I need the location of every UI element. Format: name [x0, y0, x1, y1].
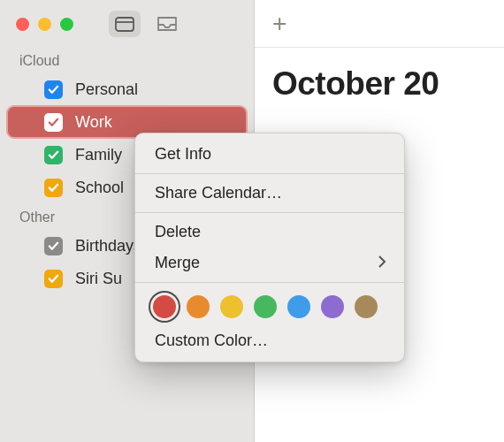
- calendar-row[interactable]: Personal: [7, 73, 247, 105]
- minimize-window-button[interactable]: [38, 18, 51, 31]
- window-controls: [16, 18, 73, 31]
- context-menu: Get Info Share Calendar… Delete Merge Cu…: [134, 133, 405, 362]
- section-header: iCloud: [0, 48, 254, 71]
- check-icon: [48, 240, 59, 252]
- chevron-right-icon: [378, 254, 386, 272]
- color-swatch[interactable]: [254, 295, 277, 318]
- close-window-button[interactable]: [16, 18, 29, 31]
- menu-separator: [135, 173, 404, 174]
- calendar-checkbox[interactable]: [44, 179, 63, 197]
- calendars-toggle-button[interactable]: [109, 11, 141, 37]
- calendar-checkbox[interactable]: [44, 113, 63, 132]
- calendar-label: Family: [75, 146, 122, 164]
- check-icon: [48, 84, 59, 95]
- tray-icon: [157, 16, 178, 32]
- calendar-checkbox[interactable]: [44, 146, 63, 164]
- inbox-button[interactable]: [151, 11, 183, 37]
- month-heading: October 20: [272, 65, 439, 103]
- color-swatch[interactable]: [355, 295, 378, 318]
- menu-separator: [135, 282, 404, 283]
- menu-item-share-calendar[interactable]: Share Calendar…: [135, 178, 404, 209]
- menu-item-label: Delete: [155, 223, 201, 241]
- menu-item-get-info[interactable]: Get Info: [135, 139, 404, 170]
- add-event-button[interactable]: +: [272, 11, 286, 36]
- color-swatch[interactable]: [287, 295, 310, 318]
- menu-item-label: Merge: [155, 254, 200, 272]
- menu-item-merge[interactable]: Merge: [135, 248, 404, 278]
- color-swatch-row: [135, 286, 404, 325]
- check-icon: [48, 149, 59, 161]
- color-swatch[interactable]: [187, 295, 210, 318]
- menu-item-label: Get Info: [155, 145, 211, 164]
- maximize-window-button[interactable]: [60, 18, 73, 31]
- calendar-label: Work: [75, 113, 112, 132]
- calendar-label: Personal: [75, 80, 138, 99]
- check-icon: [48, 273, 59, 285]
- color-swatch[interactable]: [220, 295, 243, 318]
- main-toolbar: +: [255, 0, 504, 48]
- calendar-checkbox[interactable]: [44, 237, 63, 255]
- calendar-checkbox[interactable]: [44, 270, 63, 288]
- color-swatch[interactable]: [153, 295, 176, 318]
- menu-item-delete[interactable]: Delete: [135, 217, 404, 248]
- svg-rect-0: [116, 18, 134, 31]
- check-icon: [48, 182, 59, 194]
- calendar-label: School: [75, 179, 124, 197]
- calendar-icon: [115, 16, 134, 32]
- check-icon: [48, 117, 59, 128]
- calendar-label: Siri Su: [75, 270, 122, 288]
- calendar-label: Birthdays: [75, 237, 141, 255]
- menu-item-label: Share Calendar…: [155, 184, 282, 202]
- menu-item-label: Custom Color…: [155, 332, 268, 350]
- menu-separator: [135, 212, 404, 213]
- color-swatch[interactable]: [321, 295, 344, 318]
- menu-item-custom-color[interactable]: Custom Color…: [135, 325, 404, 356]
- calendar-checkbox[interactable]: [44, 80, 63, 99]
- titlebar: [0, 0, 254, 48]
